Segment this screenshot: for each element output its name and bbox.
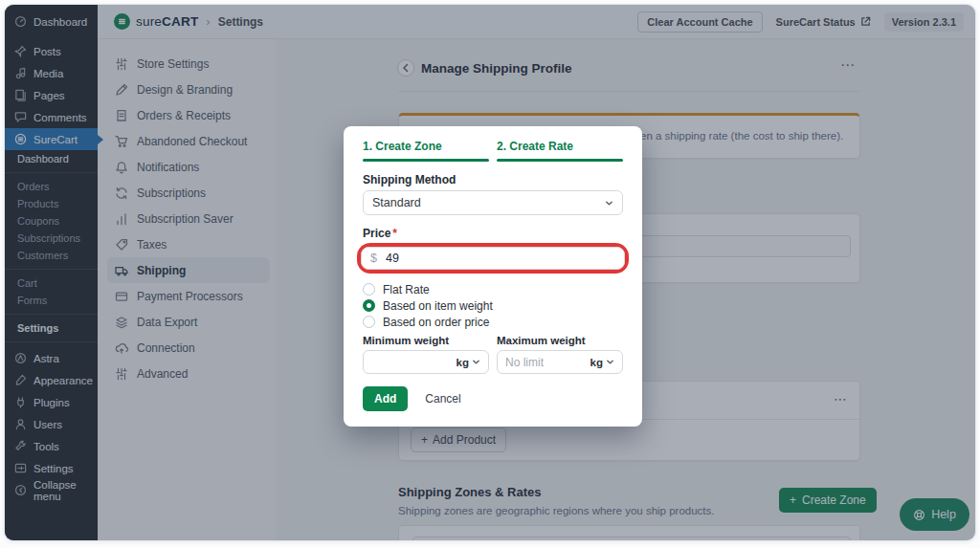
app-window: Dashboard Posts Media Pages Comments Sur… [4,4,976,541]
radio-checked-icon [363,299,375,312]
annotation-highlight-ring: $ [357,243,629,274]
max-weight-unit-select[interactable]: kg [590,357,614,368]
rate-type-options: Flat Rate Based on item weight Based on … [363,281,623,330]
rate-type-flat[interactable]: Flat Rate [363,281,623,297]
min-weight-field[interactable]: kg [363,350,489,374]
price-field[interactable]: $ [361,247,625,270]
required-asterisk: * [392,227,397,240]
tab-underline [497,159,623,162]
tab-create-zone[interactable]: 1. Create Zone [363,140,489,162]
cancel-button[interactable]: Cancel [425,392,460,406]
chevron-down-icon [472,358,480,366]
min-weight-label: Minimum weight [363,335,489,346]
max-weight-label: Maximum weight [497,335,623,346]
rate-type-order-price[interactable]: Based on order price [363,314,623,330]
price-input[interactable] [386,252,615,265]
create-rate-modal: 1. Create Zone 2. Create Rate Shipping M… [344,126,642,427]
shipping-method-label: Shipping Method [363,173,623,186]
min-weight-input[interactable] [371,356,457,369]
min-weight-unit-select[interactable]: kg [457,357,480,368]
price-label: Price* [363,227,623,240]
chevron-down-icon [606,358,614,366]
max-weight-input[interactable] [505,356,590,369]
radio-icon [363,283,375,296]
shipping-method-select[interactable]: Standard [363,190,623,215]
chevron-down-icon [605,199,613,208]
currency-symbol: $ [370,252,377,265]
rate-type-item-weight[interactable]: Based on item weight [363,297,623,314]
max-weight-field[interactable]: kg [497,350,623,374]
radio-icon [363,316,375,328]
modal-tabs: 1. Create Zone 2. Create Rate [363,140,623,162]
tab-underline [363,159,489,162]
add-button[interactable]: Add [363,386,408,411]
tab-create-rate[interactable]: 2. Create Rate [497,140,623,162]
